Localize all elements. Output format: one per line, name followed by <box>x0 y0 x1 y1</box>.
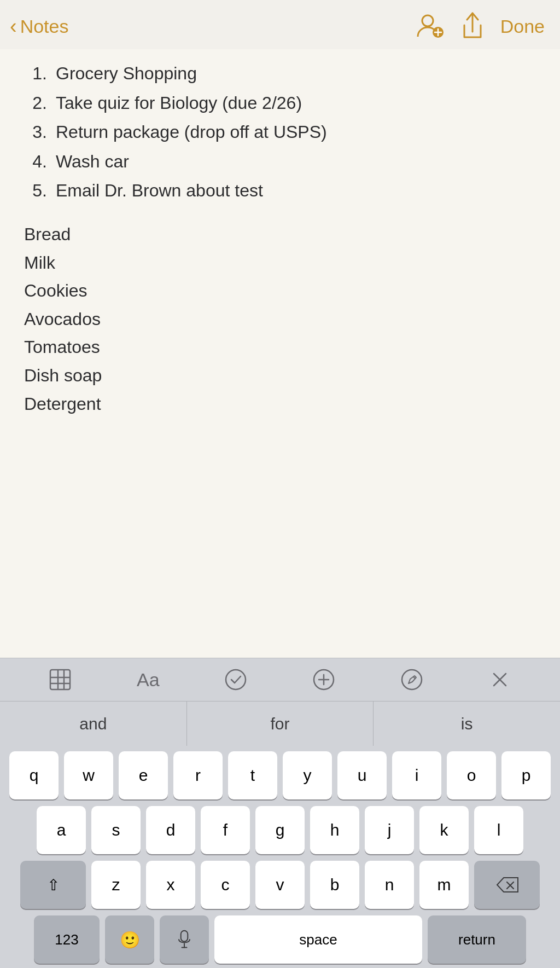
key-s[interactable]: s <box>91 806 141 854</box>
list-item: 5. Email Dr. Brown about test <box>24 177 536 205</box>
autocomplete-word-3[interactable]: is <box>374 702 560 746</box>
key-q[interactable]: q <box>9 751 59 799</box>
back-label: Notes <box>20 16 69 37</box>
shift-icon: ⇧ <box>47 876 60 894</box>
numbered-list: 1. Grocery Shopping 2. Take quiz for Bio… <box>24 60 536 205</box>
list-number: 5. <box>24 177 47 205</box>
key-h[interactable]: h <box>310 806 359 854</box>
list-number: 2. <box>24 90 47 117</box>
emoji-icon: 🙂 <box>120 930 140 949</box>
add-person-icon <box>415 11 445 41</box>
key-w[interactable]: w <box>64 751 113 799</box>
key-a[interactable]: a <box>37 806 86 854</box>
key-m[interactable]: m <box>419 861 469 909</box>
font-label: Aa <box>137 669 160 691</box>
key-f[interactable]: f <box>201 806 250 854</box>
list-text: Grocery Shopping <box>56 60 197 88</box>
list-text: Take quiz for Biology (due 2/26) <box>56 90 302 117</box>
key-c[interactable]: c <box>201 861 250 909</box>
grocery-item: Detergent <box>24 391 536 418</box>
add-person-button[interactable] <box>415 11 445 41</box>
list-number: 1. <box>24 60 47 88</box>
numbers-key[interactable]: 123 <box>34 915 100 964</box>
key-j[interactable]: j <box>365 806 414 854</box>
key-k[interactable]: k <box>419 806 469 854</box>
list-text: Wash car <box>56 148 129 176</box>
list-text: Email Dr. Brown about test <box>56 177 263 205</box>
note-editor[interactable]: 1. Grocery Shopping 2. Take quiz for Bio… <box>0 49 560 658</box>
keyboard: q w e r t y u i o p a s d f g h j k l ⇧ … <box>0 746 560 968</box>
share-button[interactable] <box>460 12 485 40</box>
svg-rect-4 <box>50 670 70 689</box>
svg-point-0 <box>422 15 433 26</box>
autocomplete-word-2[interactable]: for <box>187 702 374 746</box>
back-button[interactable]: ‹ Notes <box>10 16 68 37</box>
microphone-icon <box>177 930 192 949</box>
table-icon <box>49 668 72 691</box>
key-i[interactable]: i <box>392 751 441 799</box>
plus-circle-icon <box>312 668 335 691</box>
table-button[interactable] <box>49 668 72 691</box>
autocomplete-bar: and for is <box>0 701 560 746</box>
list-number: 3. <box>24 119 47 146</box>
svg-rect-19 <box>181 931 188 942</box>
key-d[interactable]: d <box>146 806 195 854</box>
format-toolbar: Aa <box>0 658 560 701</box>
svg-line-14 <box>413 677 415 679</box>
grocery-item: Bread <box>24 221 536 248</box>
font-button[interactable]: Aa <box>137 669 160 691</box>
close-toolbar-button[interactable] <box>488 668 511 691</box>
grocery-item: Avocados <box>24 306 536 333</box>
key-y[interactable]: y <box>283 751 332 799</box>
grocery-list: Bread Milk Cookies Avocados Tomatoes Dis… <box>24 221 536 418</box>
list-item: 3. Return package (drop off at USPS) <box>24 119 536 146</box>
close-icon <box>488 668 511 691</box>
grocery-item: Milk <box>24 250 536 277</box>
space-key[interactable]: space <box>214 915 422 964</box>
list-text: Return package (drop off at USPS) <box>56 119 327 146</box>
key-b[interactable]: b <box>310 861 359 909</box>
svg-point-9 <box>226 670 246 689</box>
key-t[interactable]: t <box>228 751 277 799</box>
grocery-item: Tomatoes <box>24 334 536 361</box>
keyboard-row-2: a s d f g h j k l <box>3 806 557 854</box>
done-button[interactable]: Done <box>500 16 545 37</box>
keyboard-row-3: ⇧ z x c v b n m <box>3 861 557 909</box>
checkmark-circle-icon <box>224 668 247 691</box>
microphone-key[interactable] <box>160 915 209 964</box>
return-key[interactable]: return <box>428 915 526 964</box>
svg-point-13 <box>402 670 422 689</box>
key-r[interactable]: r <box>173 751 223 799</box>
key-o[interactable]: o <box>447 751 496 799</box>
list-item: 1. Grocery Shopping <box>24 60 536 88</box>
keyboard-row-1: q w e r t y u i o p <box>3 751 557 799</box>
header-actions: Done <box>415 11 545 41</box>
list-item: 4. Wash car <box>24 148 536 176</box>
delete-key[interactable] <box>474 861 540 909</box>
autocomplete-word-1[interactable]: and <box>0 702 187 746</box>
share-icon <box>460 12 485 40</box>
key-u[interactable]: u <box>337 751 387 799</box>
list-number: 4. <box>24 148 47 176</box>
key-g[interactable]: g <box>255 806 305 854</box>
list-item: 2. Take quiz for Biology (due 2/26) <box>24 90 536 117</box>
shift-key[interactable]: ⇧ <box>20 861 86 909</box>
delete-icon <box>495 877 519 893</box>
key-x[interactable]: x <box>146 861 195 909</box>
grocery-item: Cookies <box>24 277 536 305</box>
emoji-key[interactable]: 🙂 <box>105 915 154 964</box>
chevron-left-icon: ‹ <box>10 16 17 37</box>
header: ‹ Notes Done <box>0 0 560 49</box>
pen-circle-icon <box>400 668 423 691</box>
key-z[interactable]: z <box>91 861 141 909</box>
key-l[interactable]: l <box>474 806 523 854</box>
checklist-button[interactable] <box>224 668 247 691</box>
key-v[interactable]: v <box>255 861 305 909</box>
insert-button[interactable] <box>312 668 335 691</box>
key-n[interactable]: n <box>365 861 414 909</box>
markup-button[interactable] <box>400 668 423 691</box>
key-p[interactable]: p <box>501 751 551 799</box>
grocery-item: Dish soap <box>24 362 536 390</box>
keyboard-row-4: 123 🙂 space return <box>3 915 557 964</box>
key-e[interactable]: e <box>119 751 168 799</box>
